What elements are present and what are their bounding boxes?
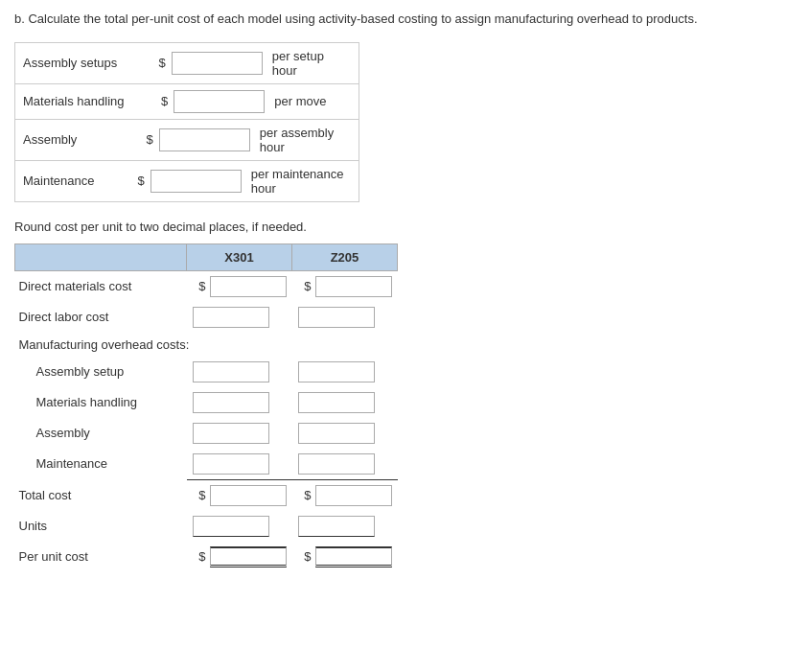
rate-unit-materials-handling: per move [274,94,326,108]
rate-table: Assembly setups $ per setup hour Materia… [14,42,359,202]
col-header-z205: Z205 [292,243,398,270]
rate-label-maintenance: Maintenance [23,174,133,188]
row-direct-materials: Direct materials cost $ $ [15,270,398,302]
rate-dollar-materials-handling: $ [161,94,168,108]
row-assembly: Assembly [15,418,398,449]
rate-label-materials-handling: Materials handling [23,94,157,108]
row-materials-handling: Materials handling [15,387,398,418]
label-direct-materials: Direct materials cost [15,270,187,302]
cell-x301-assembly-setup [187,357,292,387]
rate-label-assembly-setups: Assembly setups [23,56,154,70]
label-per-unit-cost: Per unit cost [15,542,187,572]
row-per-unit-cost: Per unit cost $ $ [15,542,398,572]
col-header-label [15,243,187,270]
row-direct-labor: Direct labor cost [15,302,398,333]
rate-unit-assembly: per assembly hour [260,126,351,154]
input-z205-assembly[interactable] [298,423,375,444]
rate-dollar-assembly-setups: $ [158,56,165,70]
cell-x301-assembly [187,418,292,449]
input-z205-direct-materials[interactable] [315,276,392,297]
cell-z205-total-cost: $ [292,479,398,511]
cell-x301-maintenance [187,449,292,480]
label-mfg-overhead: Manufacturing overhead costs: [15,333,398,357]
dollar-z205-per-unit-cost: $ [298,549,313,564]
label-assembly-setup: Assembly setup [15,357,187,387]
input-z205-assembly-setup[interactable] [298,361,375,382]
cost-table: X301 Z205 Direct materials cost $ $ Dire [14,243,398,572]
input-z205-maintenance[interactable] [298,453,375,475]
rate-row-assembly-setups: Assembly setups $ per setup hour [15,43,359,84]
input-x301-total-cost[interactable] [210,485,287,506]
input-x301-maintenance[interactable] [193,453,269,475]
label-direct-labor: Direct labor cost [15,302,187,333]
row-assembly-setup: Assembly setup [15,357,398,387]
rate-input-assembly[interactable] [159,128,250,151]
rate-input-maintenance[interactable] [150,170,242,193]
dollar-x301-per-unit-cost: $ [193,549,208,564]
input-z205-total-cost[interactable] [315,485,392,506]
input-z205-direct-labor[interactable] [298,307,375,328]
input-z205-per-unit-cost[interactable] [315,546,392,568]
cell-x301-total-cost: $ [187,479,292,511]
rate-row-assembly: Assembly $ per assembly hour [15,120,359,161]
cell-x301-per-unit-cost: $ [187,542,292,572]
rate-dollar-maintenance: $ [137,174,144,188]
dollar-x301-total-cost: $ [193,488,208,502]
input-x301-direct-materials[interactable] [210,276,287,297]
label-units: Units [15,511,187,542]
row-mfg-overhead-header: Manufacturing overhead costs: [15,333,398,357]
cell-z205-direct-labor [292,302,398,333]
cell-z205-per-unit-cost: $ [292,542,398,572]
cell-x301-direct-labor [187,302,292,333]
rate-input-materials-handling[interactable] [174,90,265,113]
row-total-cost: Total cost $ $ [15,479,398,511]
label-assembly-row: Assembly [15,418,187,449]
dollar-z205-direct-materials: $ [298,279,313,293]
rate-unit-maintenance: per maintenance hour [251,167,351,196]
cell-x301-materials-handling [187,387,292,418]
cell-z205-maintenance [292,449,398,480]
cell-z205-direct-materials: $ [292,270,398,302]
row-maintenance: Maintenance [15,449,398,480]
input-x301-per-unit-cost[interactable] [210,546,287,568]
rate-row-materials-handling: Materials handling $ per move [15,84,359,120]
input-z205-materials-handling[interactable] [298,392,375,413]
input-z205-units[interactable] [298,516,375,537]
label-maintenance-row: Maintenance [15,449,187,480]
row-units: Units [15,511,398,542]
input-x301-materials-handling[interactable] [193,392,269,413]
rate-label-assembly: Assembly [23,132,143,147]
label-materials-handling-row: Materials handling [15,387,187,418]
input-x301-units[interactable] [193,516,269,537]
label-total-cost: Total cost [15,479,187,511]
cell-x301-direct-materials: $ [187,270,292,302]
round-note: Round cost per unit to two decimal place… [14,220,773,234]
cell-z205-assembly-setup [292,357,398,387]
rate-row-maintenance: Maintenance $ per maintenance hour [15,161,359,201]
cell-z205-assembly [292,418,398,449]
cell-z205-materials-handling [292,387,398,418]
rate-unit-assembly-setups: per setup hour [272,49,351,78]
input-x301-assembly[interactable] [193,423,269,444]
rate-input-assembly-setups[interactable] [172,52,263,75]
rate-dollar-assembly: $ [147,132,153,147]
dollar-x301-direct-materials: $ [193,279,208,293]
intro-text: b. Calculate the total per-unit cost of … [14,10,773,29]
col-header-x301: X301 [187,243,292,270]
cell-z205-units [292,511,398,542]
input-x301-direct-labor[interactable] [193,307,269,328]
dollar-z205-total-cost: $ [298,488,313,502]
input-x301-assembly-setup[interactable] [193,361,269,382]
cell-x301-units [187,511,292,542]
